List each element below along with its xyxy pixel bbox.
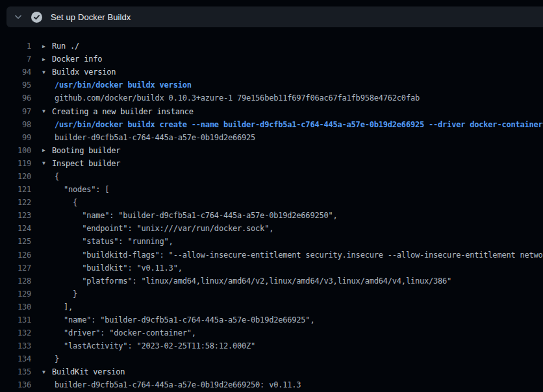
line-number[interactable]: 133 (0, 341, 31, 350)
log-row: 95 /usr/bin/docker buildx version (0, 79, 543, 92)
log-viewer: 1 ▶Run ./ 7 ▶Docker info 94 ▼Buildx vers… (0, 27, 543, 392)
log-text: } (55, 289, 77, 299)
log-text: Creating a new builder instance (52, 107, 194, 116)
group-toggle-icon[interactable]: ▼ (42, 69, 52, 75)
log-text: /usr/bin/docker buildx version (55, 80, 192, 90)
log-text: Booting builder (52, 146, 120, 155)
line-number[interactable]: 127 (0, 263, 31, 273)
log-row: 124 "endpoint": "unix:///var/run/docker.… (0, 222, 543, 235)
log-row: 134 } (0, 352, 543, 365)
log-row: 126 "buildkitd-flags": "--allow-insecure… (0, 249, 543, 262)
line-number[interactable]: 131 (0, 315, 31, 325)
log-row: 100 ▶Booting builder (0, 144, 543, 157)
line-number[interactable]: 7 (0, 55, 31, 64)
log-text: } (55, 354, 59, 363)
line-number[interactable]: 119 (0, 159, 31, 168)
log-row: 129 } (0, 288, 543, 300)
step-header[interactable]: Set up Docker Buildx (6, 6, 543, 27)
log-row: 131 "name": "builder-d9cfb5a1-c764-445a-… (0, 313, 543, 326)
line-number[interactable]: 99 (0, 133, 31, 142)
line-number[interactable]: 1 (0, 42, 31, 51)
log-row: 94 ▼Buildx version (0, 66, 543, 79)
line-number[interactable]: 130 (0, 302, 31, 312)
check-circle-icon (31, 12, 42, 23)
log-row: 127 "buildkit": "v0.11.3", (0, 262, 543, 275)
log-row: 98 /usr/bin/docker buildx create --name … (0, 118, 543, 131)
log-text: Inspect builder (52, 159, 120, 168)
line-number[interactable]: 94 (0, 67, 31, 77)
log-text: "status": "running", (55, 237, 173, 246)
log-row: 123 "name": "builder-d9cfb5a1-c764-445a-… (0, 209, 543, 222)
line-number[interactable]: 98 (0, 120, 31, 129)
log-text: Buildx version (52, 67, 116, 77)
log-row: 128 "platforms": "linux/amd64,linux/amd6… (0, 275, 543, 288)
line-number[interactable]: 132 (0, 328, 31, 337)
chevron-down-icon (14, 13, 22, 21)
log-row: 7 ▶Docker info (0, 53, 543, 66)
group-toggle-icon[interactable]: ▶ (42, 56, 52, 62)
group-toggle-icon[interactable]: ▼ (42, 160, 52, 166)
log-text: Run ./ (52, 42, 79, 51)
log-row: 97 ▼Creating a new builder instance (0, 104, 543, 117)
log-text: Docker info (52, 55, 102, 64)
log-text: "buildkit": "v0.11.3", (55, 263, 183, 273)
line-number[interactable]: 129 (0, 289, 31, 299)
log-text: "endpoint": "unix:///var/run/docker.sock… (55, 224, 273, 233)
line-number[interactable]: 125 (0, 237, 31, 246)
group-toggle-icon[interactable]: ▼ (42, 108, 52, 114)
line-number[interactable]: 96 (0, 93, 31, 103)
line-number[interactable]: 122 (0, 198, 31, 207)
log-row: 120 { (0, 170, 543, 183)
line-number[interactable]: 128 (0, 276, 31, 286)
log-row: 121 "nodes": [ (0, 183, 543, 196)
log-row: 136 builder-d9cfb5a1-c764-445a-a57e-0b19… (0, 378, 543, 391)
group-toggle-icon[interactable]: ▼ (42, 369, 52, 374)
log-row: 132 "driver": "docker-container", (0, 326, 543, 339)
group-toggle-icon[interactable]: ▶ (42, 43, 52, 49)
log-row: 1 ▶Run ./ (0, 40, 543, 53)
log-row: 99 builder-d9cfb5a1-c764-445a-a57e-0b19d… (0, 131, 543, 144)
log-row: 135 ▼BuildKit version (0, 365, 543, 378)
log-text: BuildKit version (52, 367, 125, 376)
log-text: /usr/bin/docker buildx create --name bui… (55, 120, 543, 129)
line-number[interactable]: 121 (0, 185, 31, 194)
log-row: 130 ], (0, 300, 543, 313)
log-text: "nodes": [ (55, 185, 109, 194)
log-text: builder-d9cfb5a1-c764-445a-a57e-0b19d2e6… (55, 380, 301, 389)
log-row: 122 { (0, 196, 543, 209)
line-number[interactable]: 100 (0, 146, 31, 155)
line-number[interactable]: 126 (0, 251, 31, 260)
log-text: "platforms": "linux/amd64,linux/amd64/v2… (55, 276, 451, 286)
line-number[interactable]: 134 (0, 354, 31, 363)
line-number[interactable]: 95 (0, 80, 31, 90)
log-row: 133 "lastActivity": "2023-02-25T11:58:12… (0, 339, 543, 352)
line-number[interactable]: 124 (0, 224, 31, 233)
log-text: { (55, 198, 77, 207)
log-row: 119 ▼Inspect builder (0, 157, 543, 170)
log-text: "buildkitd-flags": "--allow-insecure-ent… (55, 251, 543, 260)
log-text: ], (55, 302, 73, 312)
line-number[interactable]: 120 (0, 172, 31, 181)
line-number[interactable]: 123 (0, 211, 31, 220)
line-number[interactable]: 135 (0, 367, 31, 376)
log-row: 125 "status": "running", (0, 235, 543, 248)
log-row: 96 github.com/docker/buildx 0.10.3+azure… (0, 92, 543, 104)
line-number[interactable]: 136 (0, 380, 31, 389)
log-text: "driver": "docker-container", (55, 328, 196, 337)
log-text: github.com/docker/buildx 0.10.3+azure-1 … (55, 93, 420, 103)
group-toggle-icon[interactable]: ▶ (42, 147, 52, 153)
line-number[interactable]: 97 (0, 107, 31, 116)
log-text: "lastActivity": "2023-02-25T11:58:12.000… (55, 341, 255, 350)
log-text: "name": "builder-d9cfb5a1-c764-445a-a57e… (55, 211, 338, 220)
collapse-step-button[interactable] (9, 6, 27, 27)
log-text: builder-d9cfb5a1-c764-445a-a57e-0b19d2e6… (55, 133, 255, 142)
step-title: Set up Docker Buildx (51, 12, 131, 22)
log-text: { (55, 172, 59, 181)
log-text: "name": "builder-d9cfb5a1-c764-445a-a57e… (55, 315, 314, 325)
